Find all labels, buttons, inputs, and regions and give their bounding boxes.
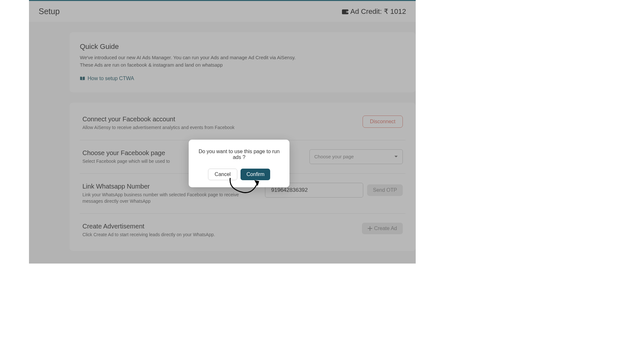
confirm-button[interactable]: Confirm xyxy=(241,169,270,180)
app-container: Setup Ad Credit: ₹ 1012 Quick Guide We'v… xyxy=(29,0,416,264)
modal-buttons: Cancel Confirm xyxy=(196,169,282,180)
confirm-modal: Do you want to use this page to run ads … xyxy=(189,140,289,187)
modal-message: Do you want to use this page to run ads … xyxy=(196,149,282,160)
cancel-button[interactable]: Cancel xyxy=(208,169,238,180)
modal-overlay[interactable] xyxy=(29,1,416,264)
